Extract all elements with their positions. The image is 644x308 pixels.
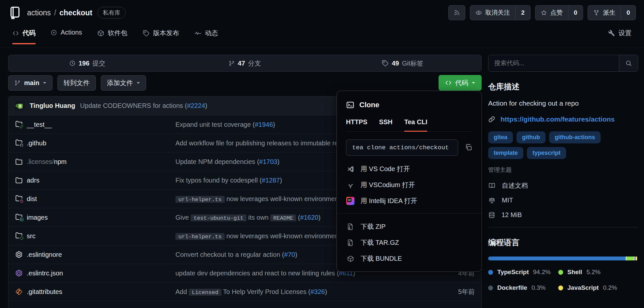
topic-chip[interactable]: template [488,147,523,159]
download-item[interactable]: 下载 TAR.GZ [337,235,482,251]
search-button[interactable] [619,55,638,71]
language-bar[interactable] [488,257,638,260]
issue-link[interactable]: #70 [284,251,295,258]
rss-button[interactable] [448,5,465,20]
copy-button[interactable] [465,143,472,152]
repo-name-link[interactable]: checkout [59,8,92,17]
star-button[interactable]: 点赞 0 [535,5,583,20]
file-name-link[interactable]: dist [27,195,175,203]
manage-topics-link[interactable]: 管理主题 [488,166,512,174]
copy-icon [465,143,472,151]
file-name[interactable]: .gitattributes [27,288,62,295]
clone-tab-ssh[interactable]: SSH [379,118,393,132]
topic-chip[interactable]: typescript [527,147,566,159]
clone-tab-https[interactable]: HTTPS [346,118,367,132]
tab-版本发布[interactable]: 版本发布 [142,29,179,43]
repo-logo-icon[interactable] [8,6,22,20]
goto-file-button[interactable]: 转到文件 [57,75,96,91]
file-name-link[interactable]: .github [27,139,175,147]
file-name-link[interactable]: images [27,214,175,221]
stat-commits[interactable]: 196 提交 [8,59,166,68]
commit-message: Update CODEOWNERS for actions (#2224) [80,102,207,110]
download-item[interactable]: 下载 ZIP [337,219,482,235]
commit-author-link[interactable]: Tingluo Huang [30,102,75,110]
folder-test-icon [15,120,23,128]
tab-code[interactable]: 代码 [12,29,36,44]
download-item[interactable]: 下载 BUNDLE [337,251,482,267]
clone-protocol-tabs: HTTPSSSHTea CLI [346,118,472,132]
clone-panel-divider [337,213,482,213]
topic-chip[interactable]: github-actions [549,131,601,143]
file-toolbar: main 转到文件 添加文件 代码 [8,75,482,91]
message-text: ) [280,177,282,184]
code-clone-button[interactable]: 代码 [439,75,482,91]
language-name: Shell [567,269,582,276]
add-file-button[interactable]: 添加文件 [101,75,146,91]
message-text: ) [325,288,327,295]
message-text: To Help Verify Prod Licenses ( [221,288,310,295]
clone-tab-tea-cli[interactable]: Tea CLI [404,118,427,132]
open-in-editor-item[interactable]: 用 VSCodium 打开 [337,177,482,193]
file-name[interactable]: __test__ [27,121,52,128]
avatar[interactable] [15,101,25,111]
tab-settings[interactable]: 设置 [608,29,632,43]
license-link[interactable]: MIT [488,193,638,208]
file-name[interactable]: src [27,232,36,240]
watch-count[interactable]: 2 [515,6,530,20]
repo-owner-link[interactable]: actions [27,8,51,17]
file-name[interactable]: .eslintignore [27,251,62,258]
inline-code-chip: README [270,214,296,221]
topic-chip[interactable]: gitea [488,131,513,143]
branch-selector[interactable]: main [8,75,52,91]
file-name[interactable]: npm [54,158,67,165]
issue-link[interactable]: #1703 [259,158,277,165]
stat-branches[interactable]: 47 分支 [166,59,323,68]
tab-label: Actions [61,29,82,36]
wrench-icon [608,30,615,37]
star-count[interactable]: 0 [568,6,583,20]
issue-link[interactable]: #1946 [255,121,273,128]
tab-软件包[interactable]: 软件包 [97,29,127,43]
description-title: 仓库描述 [488,81,638,92]
repo-stats-bar: 196 提交 47 分支 49 Git标签 [8,55,482,72]
language-legend-item[interactable]: Dockerfile0.3% [488,284,558,291]
readme-link[interactable]: 自述文档 [488,178,638,193]
folder-icon [15,176,27,184]
file-name-link[interactable]: .eslintignore [27,251,175,258]
fork-button[interactable]: 派生 0 [588,5,636,20]
topic-list: giteagithubgithub-actionstemplatetypescr… [488,131,638,159]
tab-动态[interactable]: 动态 [194,29,218,43]
file-name-link[interactable]: .gitattributes [27,288,175,296]
file-name[interactable]: images [27,214,48,221]
stat-tags[interactable]: 49 Git标签 [324,59,481,68]
tab-actions[interactable]: Actions [51,29,82,42]
clone-url-input[interactable] [346,139,458,156]
issue-link[interactable]: #1287 [262,177,280,184]
language-legend-item[interactable]: TypeScript94.2% [488,269,558,276]
website-link[interactable]: https://github.com/features/actions [501,115,615,123]
file-name-link[interactable]: .licenses/npm [27,158,175,166]
watch-button[interactable]: 取消关注 2 [470,5,531,20]
language-legend-item[interactable]: Shell5.2% [558,269,638,276]
idea-icon: IJ [346,197,355,205]
file-name-link[interactable]: __test__ [27,121,175,128]
file-name[interactable]: .github [27,139,46,147]
file-name-link[interactable]: src [27,232,175,240]
file-name-link[interactable]: .eslintrc.json [27,270,175,277]
issue-link[interactable]: #1620 [300,214,319,221]
fork-count[interactable]: 0 [621,6,636,20]
topic-chip[interactable]: github [517,131,546,143]
file-icon-cell [15,231,27,241]
file-name[interactable]: dist [27,195,37,202]
file-name-link[interactable]: adrs [27,177,175,184]
issue-link[interactable]: #2224 [187,102,205,109]
search-input[interactable] [488,55,619,71]
open-in-editor-item[interactable]: 用 VS Code 打开 [337,161,482,177]
file-name[interactable]: .eslintrc.json [27,270,63,277]
issue-link[interactable]: #326 [310,288,325,295]
history-icon [69,60,76,66]
file-name[interactable]: adrs [27,177,39,184]
message-text: Fix typos found by codespell ( [175,177,262,184]
open-in-editor-item[interactable]: IJ用 Intellij IDEA 打开 [337,193,482,209]
language-legend-item[interactable]: JavaScript0.2% [558,284,638,291]
